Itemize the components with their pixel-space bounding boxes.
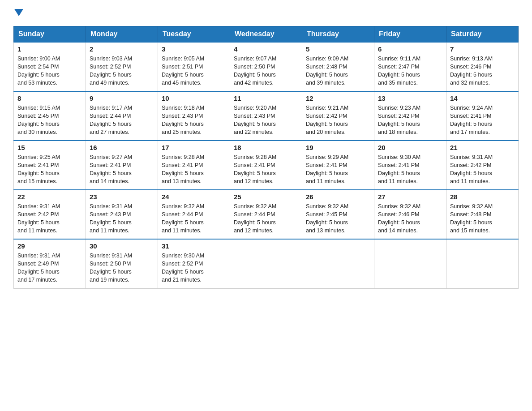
day-number: 11	[234, 94, 298, 102]
calendar-table: SundayMondayTuesdayWednesdayThursdayFrid…	[13, 26, 519, 289]
day-number: 2	[90, 45, 154, 53]
day-info: Sunrise: 9:21 AMSunset: 2:42 PMDaylight:…	[306, 104, 370, 137]
day-info: Sunrise: 9:03 AMSunset: 2:52 PMDaylight:…	[90, 55, 154, 87]
calendar-cell: 14Sunrise: 9:24 AMSunset: 2:41 PMDayligh…	[446, 91, 519, 141]
day-number: 10	[162, 94, 226, 102]
logo-triangle-icon	[14, 9, 23, 16]
column-header-saturday: Saturday	[446, 26, 519, 43]
week-row-4: 22Sunrise: 9:31 AMSunset: 2:42 PMDayligh…	[14, 190, 519, 239]
day-info: Sunrise: 9:18 AMSunset: 2:43 PMDaylight:…	[162, 104, 226, 137]
calendar-header-row: SundayMondayTuesdayWednesdayThursdayFrid…	[14, 26, 519, 43]
day-number: 22	[17, 193, 82, 201]
week-row-5: 29Sunrise: 9:31 AMSunset: 2:49 PMDayligh…	[14, 239, 519, 288]
day-info: Sunrise: 9:25 AMSunset: 2:41 PMDaylight:…	[17, 153, 82, 186]
day-info: Sunrise: 9:27 AMSunset: 2:41 PMDaylight:…	[90, 153, 154, 186]
day-info: Sunrise: 9:31 AMSunset: 2:49 PMDaylight:…	[17, 252, 82, 284]
day-info: Sunrise: 9:30 AMSunset: 2:41 PMDaylight:…	[378, 153, 442, 186]
calendar-cell: 20Sunrise: 9:30 AMSunset: 2:41 PMDayligh…	[374, 141, 446, 190]
day-number: 16	[90, 144, 154, 151]
day-info: Sunrise: 9:09 AMSunset: 2:48 PMDaylight:…	[306, 55, 370, 87]
day-info: Sunrise: 9:00 AMSunset: 2:54 PMDaylight:…	[17, 55, 82, 87]
day-info: Sunrise: 9:31 AMSunset: 2:43 PMDaylight:…	[90, 202, 154, 235]
day-number: 29	[17, 242, 82, 250]
day-info: Sunrise: 9:31 AMSunset: 2:50 PMDaylight:…	[90, 252, 154, 284]
day-info: Sunrise: 9:32 AMSunset: 2:44 PMDaylight:…	[234, 202, 298, 235]
calendar-cell: 12Sunrise: 9:21 AMSunset: 2:42 PMDayligh…	[302, 91, 374, 141]
calendar-cell: 7Sunrise: 9:13 AMSunset: 2:46 PMDaylight…	[446, 42, 519, 91]
day-info: Sunrise: 9:07 AMSunset: 2:50 PMDaylight:…	[234, 55, 298, 87]
day-info: Sunrise: 9:05 AMSunset: 2:51 PMDaylight:…	[162, 55, 226, 87]
day-info: Sunrise: 9:28 AMSunset: 2:41 PMDaylight:…	[162, 153, 226, 186]
day-number: 4	[234, 45, 298, 53]
calendar-cell	[446, 239, 519, 288]
day-number: 14	[450, 94, 515, 102]
day-number: 1	[17, 45, 82, 53]
day-info: Sunrise: 9:32 AMSunset: 2:48 PMDaylight:…	[450, 202, 515, 235]
calendar-cell: 11Sunrise: 9:20 AMSunset: 2:43 PMDayligh…	[230, 91, 302, 141]
calendar-cell: 4Sunrise: 9:07 AMSunset: 2:50 PMDaylight…	[230, 42, 302, 91]
column-header-monday: Monday	[86, 26, 158, 43]
day-info: Sunrise: 9:29 AMSunset: 2:41 PMDaylight:…	[306, 153, 370, 186]
calendar-cell: 8Sunrise: 9:15 AMSunset: 2:45 PMDaylight…	[14, 91, 86, 141]
column-header-tuesday: Tuesday	[158, 26, 230, 43]
calendar-cell: 3Sunrise: 9:05 AMSunset: 2:51 PMDaylight…	[158, 42, 230, 91]
calendar-cell: 24Sunrise: 9:32 AMSunset: 2:44 PMDayligh…	[158, 190, 230, 239]
calendar-cell: 15Sunrise: 9:25 AMSunset: 2:41 PMDayligh…	[14, 141, 86, 190]
calendar-cell: 2Sunrise: 9:03 AMSunset: 2:52 PMDaylight…	[86, 42, 158, 91]
calendar-cell: 6Sunrise: 9:11 AMSunset: 2:47 PMDaylight…	[374, 42, 446, 91]
day-number: 24	[162, 193, 226, 201]
day-number: 3	[162, 45, 226, 53]
logo	[13, 9, 24, 18]
day-number: 18	[234, 144, 298, 151]
day-info: Sunrise: 9:17 AMSunset: 2:44 PMDaylight:…	[90, 104, 154, 137]
column-header-sunday: Sunday	[14, 26, 86, 43]
day-number: 23	[90, 193, 154, 201]
calendar-cell	[374, 239, 446, 288]
calendar-cell: 25Sunrise: 9:32 AMSunset: 2:44 PMDayligh…	[230, 190, 302, 239]
calendar-cell: 28Sunrise: 9:32 AMSunset: 2:48 PMDayligh…	[446, 190, 519, 239]
day-number: 7	[450, 45, 515, 53]
day-number: 21	[450, 144, 515, 151]
calendar-cell: 9Sunrise: 9:17 AMSunset: 2:44 PMDaylight…	[86, 91, 158, 141]
day-info: Sunrise: 9:31 AMSunset: 2:42 PMDaylight:…	[17, 202, 82, 235]
calendar-cell: 17Sunrise: 9:28 AMSunset: 2:41 PMDayligh…	[158, 141, 230, 190]
week-row-1: 1Sunrise: 9:00 AMSunset: 2:54 PMDaylight…	[14, 42, 519, 91]
column-header-thursday: Thursday	[302, 26, 374, 43]
calendar-cell: 5Sunrise: 9:09 AMSunset: 2:48 PMDaylight…	[302, 42, 374, 91]
calendar-cell: 26Sunrise: 9:32 AMSunset: 2:45 PMDayligh…	[302, 190, 374, 239]
calendar-cell: 1Sunrise: 9:00 AMSunset: 2:54 PMDaylight…	[14, 42, 86, 91]
week-row-2: 8Sunrise: 9:15 AMSunset: 2:45 PMDaylight…	[14, 91, 519, 141]
calendar-cell: 13Sunrise: 9:23 AMSunset: 2:42 PMDayligh…	[374, 91, 446, 141]
column-header-wednesday: Wednesday	[230, 26, 302, 43]
day-info: Sunrise: 9:30 AMSunset: 2:52 PMDaylight:…	[162, 252, 226, 284]
calendar-cell: 23Sunrise: 9:31 AMSunset: 2:43 PMDayligh…	[86, 190, 158, 239]
day-number: 12	[306, 94, 370, 102]
column-header-friday: Friday	[374, 26, 446, 43]
calendar-cell	[230, 239, 302, 288]
day-info: Sunrise: 9:11 AMSunset: 2:47 PMDaylight:…	[378, 55, 442, 87]
calendar-cell: 18Sunrise: 9:28 AMSunset: 2:41 PMDayligh…	[230, 141, 302, 190]
calendar-cell: 21Sunrise: 9:31 AMSunset: 2:42 PMDayligh…	[446, 141, 519, 190]
calendar-cell	[302, 239, 374, 288]
day-number: 30	[90, 242, 154, 250]
day-info: Sunrise: 9:28 AMSunset: 2:41 PMDaylight:…	[234, 153, 298, 186]
calendar-cell: 19Sunrise: 9:29 AMSunset: 2:41 PMDayligh…	[302, 141, 374, 190]
day-number: 9	[90, 94, 154, 102]
day-number: 19	[306, 144, 370, 151]
day-info: Sunrise: 9:32 AMSunset: 2:46 PMDaylight:…	[378, 202, 442, 235]
week-row-3: 15Sunrise: 9:25 AMSunset: 2:41 PMDayligh…	[14, 141, 519, 190]
calendar-cell: 30Sunrise: 9:31 AMSunset: 2:50 PMDayligh…	[86, 239, 158, 288]
day-number: 31	[162, 242, 226, 250]
day-info: Sunrise: 9:13 AMSunset: 2:46 PMDaylight:…	[450, 55, 515, 87]
day-info: Sunrise: 9:32 AMSunset: 2:44 PMDaylight:…	[162, 202, 226, 235]
day-info: Sunrise: 9:31 AMSunset: 2:42 PMDaylight:…	[450, 153, 515, 186]
page-header	[13, 9, 519, 18]
day-number: 6	[378, 45, 442, 53]
calendar-cell: 16Sunrise: 9:27 AMSunset: 2:41 PMDayligh…	[86, 141, 158, 190]
day-info: Sunrise: 9:20 AMSunset: 2:43 PMDaylight:…	[234, 104, 298, 137]
calendar-cell: 10Sunrise: 9:18 AMSunset: 2:43 PMDayligh…	[158, 91, 230, 141]
day-info: Sunrise: 9:15 AMSunset: 2:45 PMDaylight:…	[17, 104, 82, 137]
day-number: 27	[378, 193, 442, 201]
day-number: 5	[306, 45, 370, 53]
day-info: Sunrise: 9:32 AMSunset: 2:45 PMDaylight:…	[306, 202, 370, 235]
